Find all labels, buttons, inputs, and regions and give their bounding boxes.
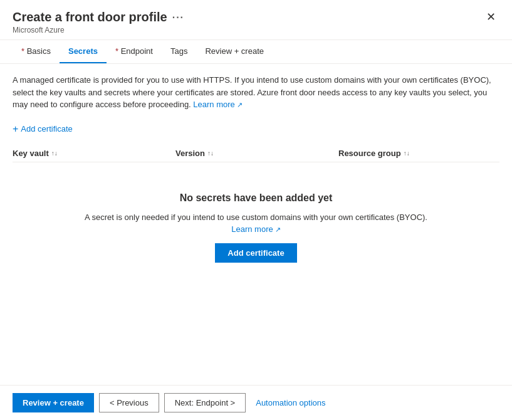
col-keyvault-label: Key vault	[13, 149, 49, 158]
col-version-sort-icon[interactable]: ↑↓	[207, 150, 214, 157]
dialog-title-area: Create a front door profile ··· Microsof…	[13, 10, 184, 34]
title-text: Create a front door profile	[13, 10, 167, 24]
empty-state-title: No secrets have been added yet	[180, 192, 333, 204]
dialog-header: Create a front door profile ··· Microsof…	[0, 0, 512, 40]
tab-endpoint[interactable]: Endpoint	[107, 40, 162, 63]
tab-secrets[interactable]: Secrets	[60, 40, 107, 63]
col-resourcegroup-label: Resource group	[338, 149, 401, 158]
dialog: Create a front door profile ··· Microsof…	[0, 0, 512, 420]
title-dots: ···	[172, 12, 184, 23]
empty-state: No secrets have been added yet A secret …	[13, 162, 499, 283]
tab-review-create[interactable]: Review + create	[196, 40, 273, 63]
empty-add-certificate-button[interactable]: Add certificate	[215, 243, 296, 263]
add-plus-icon: +	[13, 123, 18, 135]
col-header-version: Version ↑↓	[175, 149, 338, 158]
col-resourcegroup-sort-icon[interactable]: ↑↓	[404, 150, 410, 157]
table-header: Key vault ↑↓ Version ↑↓ Resource group ↑…	[13, 145, 499, 162]
main-content: A managed certificate is provided for yo…	[0, 64, 512, 385]
col-keyvault-sort-icon[interactable]: ↑↓	[51, 150, 58, 157]
add-certificate-button[interactable]: + Add certificate	[13, 121, 73, 137]
info-text-content: A managed certificate is provided for yo…	[13, 75, 491, 109]
dialog-title: Create a front door profile ···	[13, 10, 184, 24]
next-endpoint-button[interactable]: Next: Endpoint >	[164, 393, 246, 412]
tab-tags[interactable]: Tags	[162, 40, 196, 63]
close-button[interactable]: ✕	[483, 10, 499, 24]
dialog-subtitle: Microsoft Azure	[13, 26, 184, 34]
empty-learn-more-link[interactable]: Learn more	[231, 224, 281, 234]
empty-state-description: A secret is only needed if you intend to…	[75, 211, 438, 236]
tab-basics[interactable]: Basics	[13, 40, 60, 63]
col-version-label: Version	[175, 149, 205, 158]
tabs-container: Basics Secrets Endpoint Tags Review + cr…	[0, 40, 512, 64]
info-learn-more-link[interactable]: Learn more	[193, 100, 243, 109]
footer: Review + create < Previous Next: Endpoin…	[0, 385, 512, 420]
previous-button[interactable]: < Previous	[99, 393, 159, 412]
automation-options-link[interactable]: Automation options	[256, 398, 325, 407]
col-header-keyvault: Key vault ↑↓	[13, 149, 175, 158]
empty-desc-text: A secret is only needed if you intend to…	[85, 213, 427, 222]
add-cert-label: Add certificate	[21, 124, 72, 134]
col-header-resourcegroup: Resource group ↑↓	[338, 149, 499, 158]
review-create-button[interactable]: Review + create	[13, 393, 94, 412]
info-paragraph: A managed certificate is provided for yo…	[13, 74, 499, 111]
